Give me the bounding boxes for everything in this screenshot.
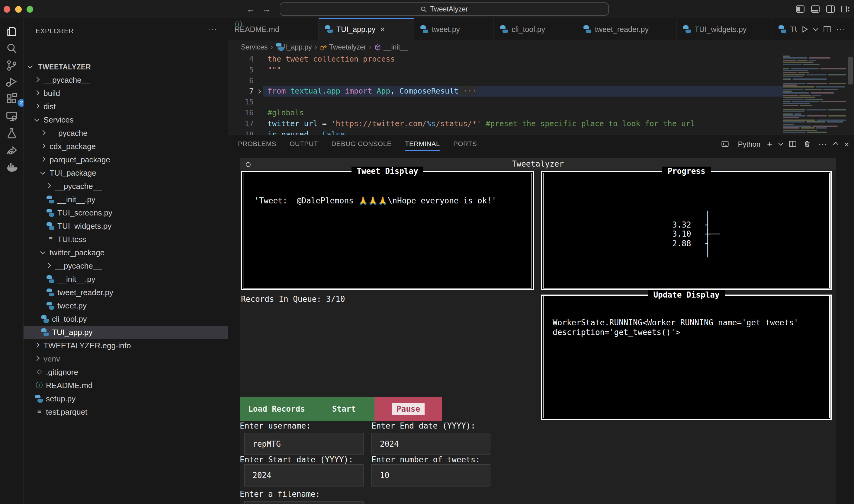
- explorer-icon[interactable]: [5, 25, 18, 38]
- load-records-button[interactable]: Load Records: [240, 397, 313, 421]
- close-tab-icon[interactable]: ×: [380, 25, 385, 34]
- extensions-icon[interactable]: 2: [5, 92, 18, 105]
- toggle-sidebar-icon[interactable]: [796, 4, 805, 14]
- worker-status-line: WorkerState.RUNNING<Worker RUNNING name=…: [553, 318, 798, 327]
- tree-item-tweetalyzer-egg-info[interactable]: TWEETALYZER.egg-info: [23, 339, 228, 353]
- chevron-right-icon: [40, 157, 45, 162]
- run-options-chevron-icon[interactable]: [814, 26, 818, 31]
- tree-item-dist[interactable]: dist: [23, 100, 228, 113]
- tab-readme-md[interactable]: ⓘREADME.md: [228, 18, 319, 40]
- breadcrumb: Services›TUI_app.py›Tweetalyzer›__init__: [228, 40, 854, 54]
- explorer-more-actions-icon[interactable]: ···: [208, 24, 217, 33]
- tree-item-cli-tool-py[interactable]: cli_tool.py: [23, 313, 228, 326]
- toggle-panel-icon[interactable]: [811, 4, 820, 14]
- zoom-window-button[interactable]: [27, 6, 33, 12]
- tree-item-twitter-package[interactable]: twitter_package: [23, 246, 228, 259]
- breadcrumb-item[interactable]: TUI_app.py: [276, 43, 312, 51]
- toggle-secondary-sidebar-icon[interactable]: [825, 4, 835, 14]
- minimap[interactable]: [783, 56, 846, 133]
- panel-tab-terminal[interactable]: TERMINAL: [405, 135, 440, 153]
- tree-item--pycache-[interactable]: __pycache__: [23, 259, 228, 273]
- tab-tweet-py[interactable]: tweet.py: [414, 18, 494, 40]
- search-view-icon[interactable]: [5, 42, 18, 55]
- run-debug-icon[interactable]: [5, 75, 18, 88]
- tree-item-tweetalyzer[interactable]: TWEETALYZER: [23, 60, 228, 74]
- tree-item-tui-widgets-py[interactable]: TUI_widgets.py: [23, 220, 228, 233]
- editor-actions: ···: [797, 18, 854, 40]
- enter-username-input[interactable]: repMTG: [244, 433, 364, 455]
- panel-tab-problems[interactable]: PROBLEMS: [238, 135, 276, 153]
- tree-item-build[interactable]: build: [23, 87, 228, 100]
- tree-item-tui-app-py[interactable]: TUI_app.py: [23, 326, 228, 339]
- split-editor-icon[interactable]: [823, 25, 831, 33]
- fold-chevron-icon[interactable]: [257, 89, 261, 93]
- tree-item-tui-screens-py[interactable]: TUI_screens.py: [23, 206, 228, 220]
- tree-item--pycache-[interactable]: __pycache__: [23, 180, 228, 193]
- back-icon[interactable]: ←: [245, 3, 257, 15]
- update-display-title: Update Display: [648, 290, 725, 300]
- tree-item-services[interactable]: Services: [23, 113, 228, 127]
- close-window-button[interactable]: [4, 6, 10, 12]
- bottom-panel: PROBLEMSOUTPUTDEBUG CONSOLETERMINALPORTS…: [228, 134, 854, 504]
- breadcrumb-item[interactable]: Tweetalyzer: [320, 43, 366, 51]
- start-button[interactable]: Start: [313, 397, 374, 421]
- code-editor[interactable]: 4the tweet collection process5"""67from …: [228, 54, 854, 134]
- python-file-icon: [41, 315, 49, 323]
- tree-item-test-parquet[interactable]: ≡test.parquet: [23, 406, 228, 419]
- tab-tui-app-py[interactable]: TUI_app.py×: [319, 18, 414, 40]
- panel-tab-ports[interactable]: PORTS: [453, 135, 477, 153]
- editor-more-actions-icon[interactable]: ···: [836, 25, 846, 34]
- tree-item--gitignore[interactable]: ◇.gitignore: [23, 366, 228, 379]
- tree-item--init-py[interactable]: __init__.py: [23, 193, 228, 206]
- remote-explorer-icon[interactable]: [5, 110, 18, 123]
- enter-number-of-tweets-input[interactable]: 10: [371, 464, 490, 486]
- tree-item-venv[interactable]: venv: [23, 353, 228, 366]
- enter-start-date-yyyy-input[interactable]: 2024: [244, 464, 364, 486]
- minimize-window-button[interactable]: [15, 6, 22, 12]
- command-center-search[interactable]: TweetAlyzer: [280, 2, 609, 16]
- tree-item-tweet-reader-py[interactable]: tweet_reader.py: [23, 286, 228, 300]
- close-panel-icon[interactable]: ×: [844, 139, 849, 149]
- field-label: Enter number of tweets:: [371, 455, 480, 464]
- tree-item-setup-py[interactable]: setup.py: [23, 392, 228, 406]
- tree-item--init-py[interactable]: __init__.py: [23, 273, 228, 286]
- tab-cli-tool-py[interactable]: cli_tool.py: [494, 18, 577, 40]
- chevron-down-icon: [40, 169, 45, 175]
- editor-scrollbar[interactable]: [848, 57, 853, 85]
- enter-end-date-yyyy-input[interactable]: 2024: [371, 433, 490, 455]
- breadcrumb-item[interactable]: __init__: [374, 43, 408, 51]
- run-python-file-icon[interactable]: [801, 25, 809, 33]
- customize-layout-icon[interactable]: [841, 4, 850, 14]
- tree-item-tui-tcss[interactable]: ≡TUI.tcss: [23, 233, 228, 246]
- tree-item-cdx-package[interactable]: cdx_package: [23, 140, 228, 153]
- pause-button[interactable]: Pause: [374, 397, 442, 421]
- terminal-profile-chevron-icon[interactable]: [778, 141, 783, 145]
- python-file-icon: [276, 43, 284, 51]
- share-icon[interactable]: [5, 144, 18, 156]
- panel-tab-debug-console[interactable]: DEBUG CONSOLE: [331, 135, 392, 153]
- python-file-icon: [47, 275, 54, 283]
- tree-item-tui-package[interactable]: TUI_package: [23, 167, 228, 180]
- panel-tab-output[interactable]: OUTPUT: [290, 135, 318, 153]
- tree-item--pycache-[interactable]: __pycache__: [23, 74, 228, 87]
- panel-more-actions-icon[interactable]: ···: [818, 140, 828, 148]
- activity-bar: 2: [0, 18, 23, 504]
- tree-item-readme-md[interactable]: ⓘREADME.md: [23, 379, 228, 392]
- new-terminal-icon[interactable]: +: [767, 139, 772, 149]
- kill-terminal-icon[interactable]: [804, 140, 812, 148]
- split-terminal-icon[interactable]: [789, 140, 797, 148]
- tab-tweet-reader-py[interactable]: tweet_reader.py: [577, 18, 677, 40]
- forward-icon[interactable]: →: [260, 3, 273, 15]
- maximize-panel-icon[interactable]: [834, 142, 838, 147]
- records-in-queue-label: Records In Queue: 3/10: [241, 294, 345, 304]
- enter-a-filename-input[interactable]: [244, 501, 364, 504]
- terminal-shell-label[interactable]: Python: [738, 140, 761, 148]
- breadcrumb-item[interactable]: Services: [241, 43, 267, 51]
- tree-item--pycache-[interactable]: __pycache__: [23, 127, 228, 140]
- tree-item-tweet-py[interactable]: tweet.py: [23, 300, 228, 313]
- docker-icon[interactable]: [5, 161, 18, 173]
- source-control-icon[interactable]: [5, 59, 18, 72]
- tab-tui-widgets-py[interactable]: TUI_widgets.py: [677, 18, 772, 40]
- testing-icon[interactable]: [5, 127, 18, 140]
- tree-item-parquet-package[interactable]: parquet_package: [23, 153, 228, 167]
